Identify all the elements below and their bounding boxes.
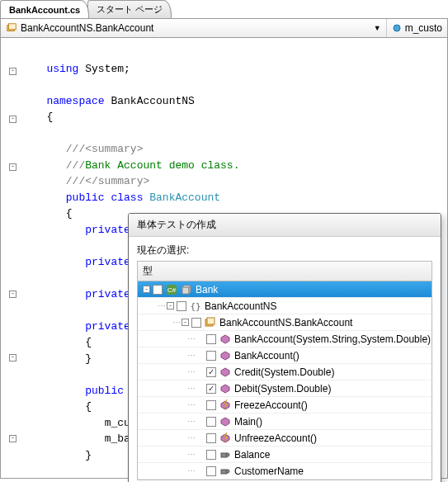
- expand-toggle: [196, 401, 204, 409]
- property-icon: [219, 465, 231, 477]
- tree-node-label: Bank: [196, 284, 218, 295]
- fold-toggle[interactable]: -: [9, 116, 17, 123]
- checkbox[interactable]: ✓: [206, 367, 216, 377]
- method-event-icon: [219, 399, 231, 411]
- tree-node-label: BankAccount(): [234, 350, 299, 362]
- tree-node-label: BankAccountNS: [205, 300, 276, 312]
- expand-toggle: [196, 352, 204, 359]
- create-unit-test-dialog: 単体テストの作成 現在の選択: 型 -C#Bank⋯-{}BankAccount…: [128, 213, 441, 482]
- svg-marker-14: [221, 385, 229, 393]
- class-icon: [6, 22, 17, 34]
- cube-icon: [181, 284, 192, 295]
- selection-label: 現在の選択:: [137, 243, 432, 258]
- tree-row[interactable]: ⋯Balance: [138, 447, 431, 463]
- checkbox[interactable]: [206, 450, 216, 460]
- tree-node-label: Credit(System.Double): [234, 366, 334, 378]
- tree-row[interactable]: ⋯-{}BankAccountNS: [138, 298, 431, 314]
- tree-row[interactable]: ⋯BankAccount(): [138, 347, 431, 364]
- tree-node-label: FreezeAccount(): [234, 399, 308, 411]
- checkbox[interactable]: [153, 285, 163, 295]
- selection-tree[interactable]: -C#Bank⋯-{}BankAccountNS⋯-BankAccountNS.…: [137, 281, 432, 480]
- fold-toggle[interactable]: -: [9, 163, 17, 171]
- tab-label: スタート ページ: [97, 3, 163, 16]
- expand-toggle: [196, 418, 204, 425]
- checkbox[interactable]: [206, 351, 216, 361]
- svg-rect-10: [207, 318, 215, 324]
- method-icon: [219, 366, 231, 378]
- checkbox[interactable]: [191, 318, 201, 328]
- tree-node-label: BankAccount(System.String,System.Double): [234, 333, 431, 345]
- svg-marker-11: [221, 335, 229, 343]
- tree-row[interactable]: ⋯✓Credit(System.Double): [138, 364, 431, 380]
- tree-row[interactable]: ⋯UnfreezeAccount(): [138, 430, 431, 447]
- class-icon: [205, 317, 216, 328]
- svg-point-21: [226, 453, 229, 456]
- fold-toggle[interactable]: -: [9, 68, 17, 75]
- fold-toggle[interactable]: -: [9, 354, 17, 362]
- tree-row[interactable]: ⋯✓Debit(System.Double): [138, 380, 431, 397]
- checkbox[interactable]: [177, 301, 186, 311]
- member-dropdown[interactable]: m_custo: [387, 19, 447, 37]
- tree-node-label: CustomerName: [234, 465, 304, 477]
- chevron-down-icon: ▼: [374, 24, 381, 32]
- svg-text:{}: {}: [190, 301, 200, 312]
- expand-toggle: [196, 368, 204, 376]
- tab-label: BankAccount.cs: [9, 5, 80, 15]
- expand-toggle: [196, 451, 204, 458]
- member-text: m_custo: [405, 22, 442, 34]
- expand-toggle[interactable]: -: [143, 286, 150, 293]
- fold-gutter: - - - - - -: [1, 38, 21, 478]
- checkbox[interactable]: [206, 466, 216, 476]
- column-header-type[interactable]: 型: [137, 261, 432, 281]
- expand-toggle: [196, 385, 204, 392]
- scope-dropdown[interactable]: BankAccountNS.BankAccount ▼: [1, 19, 387, 37]
- svg-point-23: [226, 470, 229, 473]
- method-icon: [219, 416, 231, 428]
- tree-node-label: Balance: [234, 449, 270, 461]
- checkbox[interactable]: [206, 417, 216, 427]
- fold-toggle[interactable]: -: [9, 435, 17, 442]
- svg-rect-1: [9, 24, 17, 30]
- svg-marker-7: [189, 286, 191, 294]
- property-icon: [219, 449, 231, 461]
- method-event-icon: [219, 432, 231, 444]
- tree-row[interactable]: ⋯CustomerName: [138, 463, 431, 480]
- checkbox[interactable]: ✓: [206, 384, 216, 394]
- method-icon: [219, 383, 231, 395]
- field-icon: [392, 23, 402, 33]
- tree-row[interactable]: ⋯FreezeAccount(): [138, 397, 431, 413]
- svg-marker-13: [221, 368, 229, 376]
- method-icon: [219, 350, 231, 362]
- method-icon: [219, 333, 231, 345]
- checkbox[interactable]: [206, 334, 216, 344]
- namespace-icon: {}: [190, 300, 201, 312]
- tab-startpage[interactable]: スタート ページ: [87, 0, 172, 18]
- checkbox[interactable]: [206, 400, 216, 410]
- scope-text: BankAccountNS.BankAccount: [21, 22, 153, 34]
- tree-node-label: Main(): [234, 416, 262, 428]
- svg-point-2: [394, 25, 400, 31]
- tree-row[interactable]: -C#Bank: [138, 281, 431, 298]
- svg-rect-5: [182, 287, 189, 294]
- expand-toggle: [196, 335, 204, 343]
- tab-bankaccount[interactable]: BankAccount.cs: [0, 0, 89, 18]
- navigation-bar: BankAccountNS.BankAccount ▼ m_custo: [0, 18, 448, 38]
- expand-toggle[interactable]: -: [182, 319, 189, 326]
- csharp-icon: C#: [166, 284, 177, 295]
- tree-row[interactable]: ⋯Main(): [138, 413, 431, 430]
- tree-row[interactable]: ⋯-BankAccountNS.BankAccount: [138, 314, 431, 331]
- fold-toggle[interactable]: -: [9, 291, 17, 298]
- dialog-title: 単体テストの作成: [129, 214, 441, 237]
- expand-toggle: [196, 434, 204, 442]
- checkbox[interactable]: [206, 433, 216, 443]
- tree-node-label: BankAccountNS.BankAccount: [219, 317, 352, 328]
- tree-row[interactable]: ⋯BankAccount(System.String,System.Double…: [138, 331, 431, 347]
- svg-marker-12: [221, 352, 229, 360]
- svg-marker-17: [221, 418, 229, 426]
- tab-bar: BankAccount.cs スタート ページ: [0, 0, 448, 18]
- svg-text:C#: C#: [167, 286, 177, 294]
- expand-toggle: [196, 467, 204, 475]
- tree-node-label: UnfreezeAccount(): [234, 432, 317, 444]
- expand-toggle[interactable]: -: [167, 302, 174, 310]
- tree-node-label: Debit(System.Double): [234, 383, 331, 395]
